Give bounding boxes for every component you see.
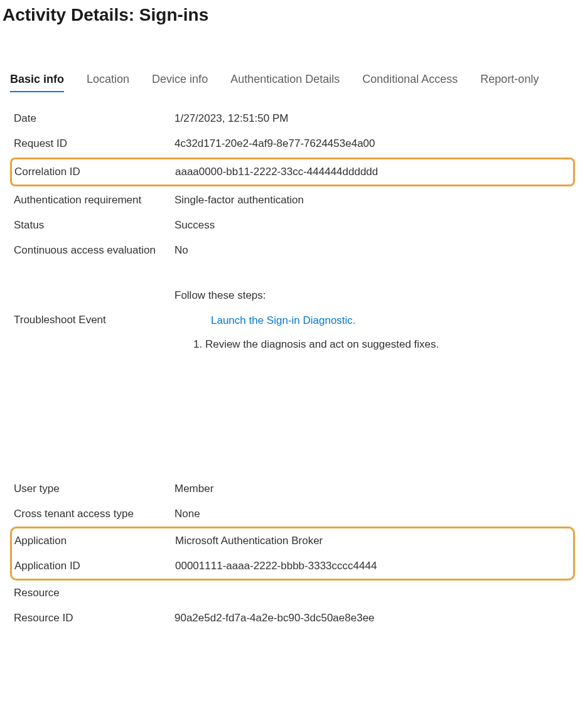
additional-fields: User type Member Cross tenant access typ… <box>0 476 585 631</box>
field-auth-requirement: Authentication requirement Single-factor… <box>14 188 571 213</box>
label-resource: Resource <box>14 587 174 599</box>
value-request-id: 4c32d171-20e2-4af9-8e77-7624453e4a00 <box>174 137 375 150</box>
label-request-id: Request ID <box>14 137 174 150</box>
tab-conditional-access[interactable]: Conditional Access <box>362 68 458 92</box>
value-user-type: Member <box>174 483 213 495</box>
value-cross-tenant: None <box>174 508 200 520</box>
tab-basic-info[interactable]: Basic info <box>10 68 64 92</box>
troubleshoot-intro: Follow these steps: <box>174 289 439 302</box>
field-troubleshoot: Troubleshoot Event Follow these steps: L… <box>14 283 571 357</box>
basic-info-content: Date 1/27/2023, 12:51:50 PM Request ID 4… <box>0 92 585 357</box>
highlight-application: Application Microsoft Authentication Bro… <box>10 527 575 581</box>
label-status: Status <box>14 219 174 232</box>
label-application-id: Application ID <box>14 560 175 572</box>
field-user-type: User type Member <box>14 476 571 501</box>
field-date: Date 1/27/2023, 12:51:50 PM <box>14 106 571 131</box>
field-cross-tenant: Cross tenant access type None <box>14 501 571 527</box>
value-cae: No <box>174 244 188 257</box>
value-resource-id: 90a2e5d2-fd7a-4a2e-bc90-3dc50ae8e3ee <box>174 612 375 624</box>
value-troubleshoot: Follow these steps: Launch the Sign-in D… <box>174 289 439 351</box>
label-correlation-id: Correlation ID <box>14 166 175 178</box>
value-application-id: 00001111-aaaa-2222-bbbb-3333cccc4444 <box>175 560 377 572</box>
field-resource: Resource <box>14 581 571 606</box>
label-user-type: User type <box>14 483 174 495</box>
field-application: Application Microsoft Authentication Bro… <box>14 528 571 554</box>
field-status: Status Success <box>14 213 571 238</box>
label-troubleshoot: Troubleshoot Event <box>14 314 174 326</box>
page-title: Activity Details: Sign-ins <box>0 0 585 38</box>
value-application: Microsoft Authentication Broker <box>175 535 323 547</box>
tab-authentication-details[interactable]: Authentication Details <box>230 68 340 92</box>
value-status: Success <box>174 219 215 232</box>
label-date: Date <box>14 112 174 125</box>
content-gap <box>0 357 585 476</box>
label-resource-id: Resource ID <box>14 612 174 624</box>
value-date: 1/27/2023, 12:51:50 PM <box>174 112 288 125</box>
tab-report-only[interactable]: Report-only <box>480 68 539 92</box>
tab-device-info[interactable]: Device info <box>152 68 208 92</box>
label-application: Application <box>14 535 175 547</box>
field-correlation-id: Correlation ID aaaa0000-bb11-2222-33cc-4… <box>14 159 571 185</box>
field-application-id: Application ID 00001111-aaaa-2222-bbbb-3… <box>14 554 571 579</box>
tab-location[interactable]: Location <box>87 68 129 92</box>
value-auth-requirement: Single-factor authentication <box>174 194 304 206</box>
field-request-id: Request ID 4c32d171-20e2-4af9-8e77-76244… <box>14 131 571 156</box>
tabs-container: Basic info Location Device info Authenti… <box>0 68 585 92</box>
value-correlation-id: aaaa0000-bb11-2222-33cc-444444dddddd <box>175 166 378 178</box>
highlight-correlation-id: Correlation ID aaaa0000-bb11-2222-33cc-4… <box>10 158 575 186</box>
label-cross-tenant: Cross tenant access type <box>14 508 174 520</box>
troubleshoot-step-1: 1. Review the diagnosis and act on sugge… <box>193 338 439 351</box>
field-resource-id: Resource ID 90a2e5d2-fd7a-4a2e-bc90-3dc5… <box>14 606 571 631</box>
launch-diagnostic-link[interactable]: Launch the Sign-in Diagnostic. <box>211 314 356 327</box>
label-auth-requirement: Authentication requirement <box>14 194 174 206</box>
label-cae: Continuous access evaluation <box>14 244 174 257</box>
field-cae: Continuous access evaluation No <box>14 238 571 263</box>
